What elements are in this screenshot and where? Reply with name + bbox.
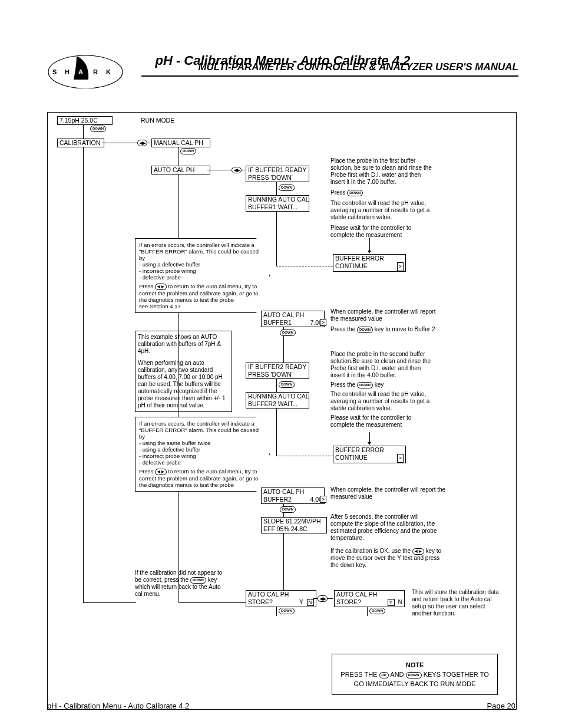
down-key-icon: DOWN [180, 148, 196, 154]
footer-left: pH - Calibration Menu - Auto Calibrate 4… [47, 701, 189, 710]
gt-indicator: > [320, 496, 326, 503]
down-key-icon: DOWN [280, 506, 296, 513]
lcd-manual-cal: MANUAL CAL PH [151, 139, 210, 147]
lcd-calibration: CALIBRATION [57, 139, 104, 147]
lcd-buf-error-1: BUFFER ERROR CONTINUE> [333, 254, 406, 272]
flowchart-diagram: 7.15pH 25.0C RUN MODE DOWN CALIBRATION ◀… [47, 112, 517, 710]
lr-key-icon: ◀ ▶ [318, 595, 328, 602]
page-footer: pH - Calibration Menu - Auto Calibrate 4… [47, 701, 515, 710]
lcd-buf1-ready: IF BUFFER1 READY PRESS 'DOWN' [246, 166, 309, 182]
note-cal-incorrect: If the calibration did not appear to be … [135, 569, 226, 598]
footer-right: Page 20 [487, 701, 515, 710]
lr-key-icon: ◀ ▶ [155, 469, 167, 475]
shark-logo: S H A R K [47, 53, 124, 90]
document-page: S H A R K MULTI-PARAMETER CONTROLLER & A… [47, 24, 518, 100]
lcd-buf-error-2: BUFFER ERROR CONTINUE> [333, 446, 406, 463]
lcd-slope: SLOPE 61.22MV/PH EFF 95% 24.8C [261, 517, 327, 533]
lcd-running-buf2: RUNNING AUTO CAL BUFFER2 WAIT... [246, 392, 309, 409]
lr-key-icon: ◀ ▶ [137, 140, 147, 146]
error-callout-2: If an errors occurs, the controller will… [135, 417, 270, 492]
svg-text:A: A [78, 68, 83, 75]
down-key-icon: DOWN [279, 185, 295, 191]
lcd-buf1-value: AUTO CAL PH BUFFER17.00 [261, 311, 325, 327]
down-key-icon: DOWN [279, 381, 295, 388]
gt-indicator: > [320, 319, 326, 326]
run-mode-label: RUN MODE [141, 117, 174, 124]
down-key-icon: DOWN [357, 382, 373, 388]
down-key-icon: DOWN [190, 577, 206, 584]
lr-key-icon: ◀ ▶ [155, 284, 167, 290]
lcd-run: 7.15pH 25.0C [57, 116, 113, 125]
down-key-icon: DOWN [369, 608, 385, 614]
svg-text:R: R [93, 68, 98, 75]
note-buf1-instructions: Place the probe in the first buffer solu… [330, 157, 437, 239]
note-buf1-complete: When complete, the controller will repor… [330, 308, 437, 333]
note-buf2-instructions: Place the probe in the second buffer sol… [330, 351, 437, 429]
lcd-store-yn-right: AUTO CAL PH STORE?Y N [334, 590, 405, 607]
down-key-icon: DOWN [347, 190, 363, 196]
lr-key-icon: ◀ ▶ [232, 167, 242, 173]
note-slope: After 5 seconds, the controller will com… [330, 513, 442, 569]
down-key-icon: DOWN [280, 330, 296, 336]
note-store-result: This will store the calibration data and… [412, 589, 503, 617]
example-buffers-note: This example shows an AUTO calibration w… [135, 331, 232, 412]
lcd-store-yn-left: AUTO CAL PH STORE?Y N [246, 590, 316, 607]
down-key-icon: DOWN [90, 126, 106, 132]
lcd-buf2-ready: IF BUFFER2 READY PRESS 'DOWN' [246, 363, 309, 379]
svg-text:H: H [65, 68, 70, 75]
lcd-running-buf1: RUNNING AUTO CAL BUFFER1 WAIT... [246, 195, 309, 212]
manual-title: MULTI-PARAMETER CONTROLLER & ANALYZER US… [141, 61, 518, 77]
lcd-auto-cal: AUTO CAL PH [151, 166, 210, 174]
svg-text:S: S [52, 68, 57, 75]
down-key-icon: DOWN [357, 327, 373, 333]
error-callout-1: If an errors occurs, the controller will… [135, 238, 270, 313]
up-key-icon: UP [379, 672, 389, 678]
lcd-buf2-value: AUTO CAL PH BUFFER24.00 [261, 487, 325, 504]
svg-text:K: K [106, 68, 111, 75]
page-header: S H A R K MULTI-PARAMETER CONTROLLER & A… [47, 53, 518, 100]
down-key-icon: DOWN [406, 672, 422, 678]
down-key-icon: DOWN [279, 608, 295, 614]
note-run-mode-box: NOTE PRESS THE UP AND DOWN KEYS TOGETHER… [332, 654, 498, 695]
note-buf2-complete: When complete, the controller will repor… [330, 486, 448, 500]
lr-key-icon: ◀ ▶ [412, 548, 424, 555]
